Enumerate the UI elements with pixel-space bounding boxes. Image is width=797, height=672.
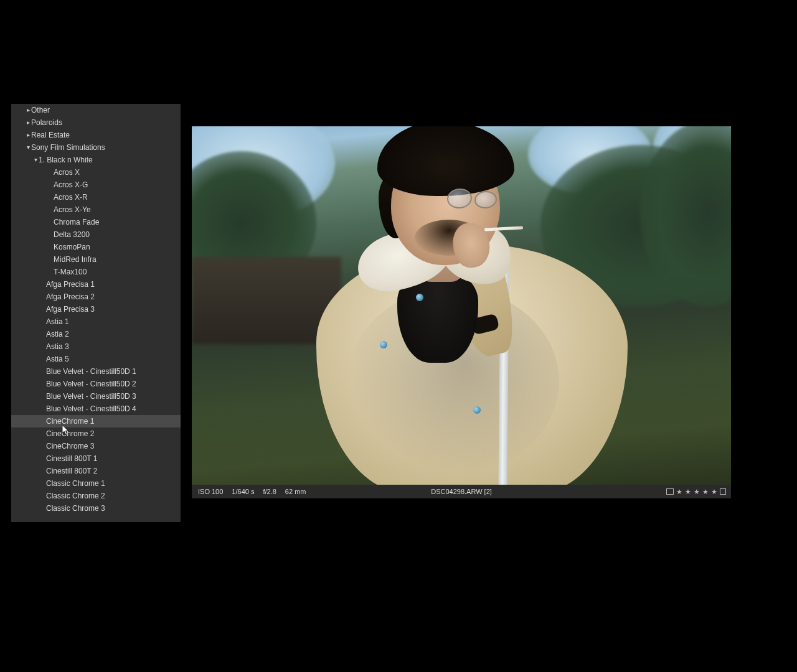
preset-item-label: Cinestill 800T 2 <box>46 465 181 477</box>
preset-item-label: Astia 2 <box>46 328 181 340</box>
preset-item[interactable]: T-Max100 <box>11 266 181 278</box>
preset-item[interactable]: Classic Chrome 3 <box>11 502 181 515</box>
preset-item-label: Acros X-G <box>54 179 181 191</box>
chevron-down-icon[interactable]: ▾ <box>32 154 39 166</box>
rating-star-icon[interactable]: ★ <box>676 488 682 495</box>
preset-item[interactable]: Classic Chrome 2 <box>11 490 181 502</box>
preset-item[interactable]: Astia 2 <box>11 328 181 340</box>
folder-other-label: Other <box>31 104 181 116</box>
preset-item-label: Blue Velvet - Cinestill50D 1 <box>46 365 181 378</box>
rating-star-icon[interactable]: ★ <box>711 488 717 495</box>
preset-item-label: Blue Velvet - Cinestill50D 4 <box>46 403 181 415</box>
preset-item-label: Afga Precisa 1 <box>46 278 181 291</box>
rating-star-icon[interactable]: ★ <box>685 488 691 495</box>
preset-item-label: CineChrome 2 <box>46 427 181 440</box>
folder-sony-film-simulations-label: Sony Film Simulations <box>31 141 181 154</box>
app-stage: ▸Other▸Polaroids▸Real Estate▾Sony Film S… <box>11 104 732 522</box>
group-black-n-white[interactable]: ▾1. Black n White <box>11 154 181 166</box>
preset-item[interactable]: Acros X <box>11 166 181 179</box>
rating-star-icon[interactable]: ★ <box>694 488 700 495</box>
preset-item-label: Acros X-Ye <box>54 203 181 216</box>
folder-other[interactable]: ▸Other <box>11 104 181 116</box>
preset-item-label: Delta 3200 <box>54 228 181 241</box>
preset-item-label: CineChrome 1 <box>46 415 181 427</box>
preset-item[interactable]: Astia 5 <box>11 353 181 365</box>
chevron-down-icon[interactable]: ▾ <box>25 141 31 154</box>
folder-real-estate[interactable]: ▸Real Estate <box>11 129 181 141</box>
preset-item[interactable]: MidRed Infra <box>11 253 181 266</box>
flag-icon[interactable] <box>666 488 674 495</box>
preset-item[interactable]: Blue Velvet - Cinestill50D 2 <box>11 378 181 390</box>
preset-item[interactable]: Delta 3200 <box>11 228 181 241</box>
preset-item-label: Acros X <box>54 166 181 179</box>
group-black-n-white-label: 1. Black n White <box>39 154 181 166</box>
preset-item[interactable]: Afga Precisa 1 <box>11 278 181 291</box>
preset-item[interactable]: Cinestill 800T 1 <box>11 452 181 465</box>
preset-item-label: Acros X-R <box>54 191 181 203</box>
preset-item[interactable]: Cinestill 800T 2 <box>11 465 181 477</box>
preset-item[interactable]: Acros X-R <box>11 191 181 203</box>
preset-item-label: Astia 1 <box>46 315 181 328</box>
folder-polaroids-label: Polaroids <box>31 116 181 129</box>
image-preview[interactable] <box>192 126 731 485</box>
image-info-bar: ISO 100 1/640 s f/2.8 62 mm DSC04298.ARW… <box>192 485 731 498</box>
preset-item[interactable]: Acros X-G <box>11 179 181 191</box>
preset-item-label: Astia 5 <box>46 353 181 365</box>
preset-item-label: Cinestill 800T 1 <box>46 452 181 465</box>
color-label-icon[interactable] <box>720 488 726 495</box>
chevron-right-icon[interactable]: ▸ <box>25 104 31 116</box>
chevron-right-icon[interactable]: ▸ <box>25 129 31 141</box>
preset-item[interactable]: Afga Precisa 2 <box>11 291 181 303</box>
preset-item[interactable]: Chroma Fade <box>11 216 181 228</box>
preset-item-label: KosmoPan <box>54 241 181 253</box>
preset-item[interactable]: KosmoPan <box>11 241 181 253</box>
preset-item[interactable]: Blue Velvet - Cinestill50D 4 <box>11 403 181 415</box>
info-iso: ISO 100 <box>198 488 223 495</box>
preset-item-label: T-Max100 <box>54 266 181 278</box>
preset-item-label: MidRed Infra <box>54 253 181 266</box>
preset-item-label: Astia 3 <box>46 340 181 353</box>
preset-item[interactable]: Astia 1 <box>11 315 181 328</box>
preset-item-label: Classic Chrome 3 <box>46 502 181 515</box>
preset-item-label: Afga Precisa 3 <box>46 303 181 315</box>
preset-item-label: Classic Chrome 1 <box>46 477 181 490</box>
info-focal: 62 mm <box>285 488 306 495</box>
preset-item-label: Blue Velvet - Cinestill50D 2 <box>46 378 181 390</box>
preset-item-label: CineChrome 3 <box>46 440 181 452</box>
folder-polaroids[interactable]: ▸Polaroids <box>11 116 181 129</box>
preset-sidebar[interactable]: ▸Other▸Polaroids▸Real Estate▾Sony Film S… <box>11 104 181 522</box>
preset-item-label: Chroma Fade <box>54 216 181 228</box>
preset-item-label: Blue Velvet - Cinestill50D 3 <box>46 390 181 403</box>
preset-item[interactable]: CineChrome 2 <box>11 427 181 440</box>
preset-item[interactable]: Blue Velvet - Cinestill50D 1 <box>11 365 181 378</box>
folder-real-estate-label: Real Estate <box>31 129 181 141</box>
folder-sony-film-simulations[interactable]: ▾Sony Film Simulations <box>11 141 181 154</box>
preset-item[interactable]: Astia 3 <box>11 340 181 353</box>
preset-item-label: Afga Precisa 2 <box>46 291 181 303</box>
preset-item[interactable]: CineChrome 3 <box>11 440 181 452</box>
preset-item[interactable]: Classic Chrome 1 <box>11 477 181 490</box>
preset-item[interactable]: Blue Velvet - Cinestill50D 3 <box>11 390 181 403</box>
preset-item[interactable]: Acros X-Ye <box>11 203 181 216</box>
info-shutter: 1/640 s <box>232 488 254 495</box>
info-aperture: f/2.8 <box>263 488 276 495</box>
preset-item[interactable]: Afga Precisa 3 <box>11 303 181 315</box>
rating-star-icon[interactable]: ★ <box>702 488 709 495</box>
preset-item-label: Classic Chrome 2 <box>46 490 181 502</box>
chevron-right-icon[interactable]: ▸ <box>25 116 31 129</box>
preset-item[interactable]: CineChrome 1 <box>11 415 181 427</box>
info-filename: DSC04298.ARW [2] <box>431 488 492 495</box>
